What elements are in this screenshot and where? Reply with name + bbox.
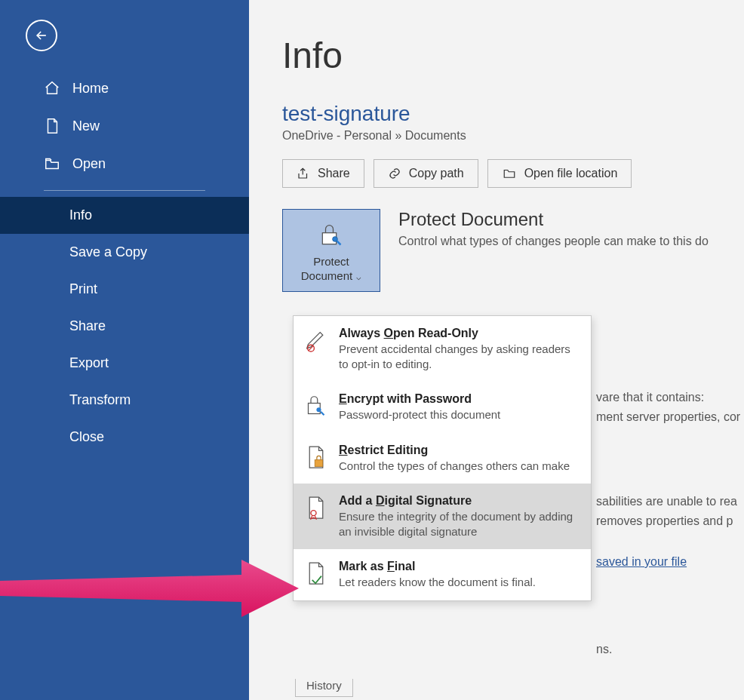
nav-label: Export bbox=[69, 355, 109, 371]
protect-button-label: Protect Document ⌵ bbox=[301, 255, 361, 284]
menu-item-title: Add a Digital Signature bbox=[339, 494, 577, 508]
action-row: Share Copy path Open file location bbox=[282, 159, 744, 188]
menu-item-title: Mark as Final bbox=[339, 560, 536, 573]
nav-label: Close bbox=[69, 429, 104, 445]
action-label: Open file location bbox=[524, 167, 618, 180]
menu-item-title: Always Open Read-Only bbox=[339, 327, 577, 340]
menu-item-desc: Let readers know the document is final. bbox=[339, 575, 536, 590]
nav-list: Home New Open Info Save a Copy Print Sha… bbox=[0, 69, 249, 456]
svg-point-1 bbox=[333, 237, 338, 242]
bg-text: removes properties and p bbox=[596, 514, 733, 528]
menu-add-digital-signature[interactable]: Add a Digital Signature Ensure the integ… bbox=[294, 484, 591, 549]
folder-icon bbox=[502, 167, 517, 180]
section-heading: Protect Document bbox=[398, 209, 709, 230]
pencil-no-icon bbox=[306, 328, 327, 354]
nav-label: New bbox=[72, 118, 100, 134]
nav-share[interactable]: Share bbox=[0, 308, 249, 345]
protect-section-text: Protect Document Control what types of c… bbox=[398, 209, 709, 248]
nav-home[interactable]: Home bbox=[0, 69, 249, 107]
menu-item-desc: Prevent accidental changes by asking rea… bbox=[339, 342, 577, 371]
menu-item-desc: Password-protect this document bbox=[339, 407, 500, 422]
chevron-down-icon: ⌵ bbox=[354, 272, 361, 281]
nav-save-copy[interactable]: Save a Copy bbox=[0, 234, 249, 271]
nav-label: Save a Copy bbox=[69, 244, 147, 260]
svg-point-5 bbox=[316, 407, 321, 412]
menu-item-title: Restrict Editing bbox=[339, 444, 570, 457]
breadcrumb[interactable]: OneDrive - Personal » Documents bbox=[282, 129, 744, 143]
backstage-sidebar: Home New Open Info Save a Copy Print Sha… bbox=[0, 0, 249, 700]
nav-open[interactable]: Open bbox=[0, 145, 249, 183]
nav-divider bbox=[44, 190, 205, 191]
action-label: Share bbox=[318, 167, 350, 180]
nav-transform[interactable]: Transform bbox=[0, 382, 249, 419]
bg-text: ment server properties, cor bbox=[596, 410, 740, 424]
protect-section: Protect Document ⌵ Protect Document Cont… bbox=[282, 209, 744, 292]
folder-open-icon bbox=[44, 155, 60, 172]
nav-export[interactable]: Export bbox=[0, 345, 249, 382]
section-description: Control what types of changes people can… bbox=[398, 235, 709, 248]
menu-item-desc: Control the types of changes others can … bbox=[339, 459, 570, 474]
history-label: History bbox=[295, 679, 353, 697]
menu-encrypt-with-password[interactable]: Encrypt with Password Password-protect t… bbox=[294, 382, 591, 433]
lock-key-icon bbox=[316, 220, 346, 250]
lock-key-icon bbox=[306, 394, 327, 418]
bg-link[interactable]: saved in your file bbox=[596, 555, 687, 569]
page-title: Info bbox=[282, 35, 744, 76]
nav-print[interactable]: Print bbox=[0, 271, 249, 308]
document-check-icon bbox=[306, 561, 327, 587]
nav-label: Home bbox=[72, 81, 109, 97]
arrow-left-icon bbox=[34, 28, 49, 43]
nav-label: Transform bbox=[69, 392, 131, 408]
menu-item-title: Encrypt with Password bbox=[339, 392, 500, 406]
bg-text: sabilities are unable to rea bbox=[596, 495, 737, 508]
nav-new[interactable]: New bbox=[0, 107, 249, 145]
share-button[interactable]: Share bbox=[282, 159, 364, 188]
nav-label: Share bbox=[69, 318, 106, 334]
menu-mark-as-final[interactable]: Mark as Final Let readers know the docum… bbox=[294, 549, 591, 600]
menu-restrict-editing[interactable]: Restrict Editing Control the types of ch… bbox=[294, 433, 591, 484]
nav-label: Print bbox=[69, 281, 97, 297]
nav-close[interactable]: Close bbox=[0, 419, 249, 456]
protect-document-menu: Always Open Read-Only Prevent accidental… bbox=[293, 315, 592, 601]
menu-item-desc: Ensure the integrity of the document by … bbox=[339, 509, 577, 539]
link-icon bbox=[388, 167, 401, 180]
back-button[interactable] bbox=[26, 20, 57, 51]
nav-info[interactable]: Info bbox=[0, 197, 249, 234]
document-icon bbox=[44, 118, 60, 134]
copy-path-button[interactable]: Copy path bbox=[374, 159, 478, 188]
open-file-location-button[interactable]: Open file location bbox=[487, 159, 632, 188]
document-ribbon-icon bbox=[306, 496, 327, 521]
nav-label: Open bbox=[72, 156, 106, 172]
document-title[interactable]: test-signature bbox=[282, 102, 744, 126]
home-icon bbox=[44, 80, 60, 97]
menu-always-open-read-only[interactable]: Always Open Read-Only Prevent accidental… bbox=[294, 316, 591, 382]
action-label: Copy path bbox=[409, 167, 464, 180]
bg-text: vare that it contains: bbox=[596, 391, 704, 404]
nav-label: Info bbox=[69, 207, 92, 223]
protect-document-button[interactable]: Protect Document ⌵ bbox=[282, 209, 380, 292]
share-icon bbox=[297, 167, 310, 180]
svg-rect-6 bbox=[315, 459, 323, 466]
document-lock-icon bbox=[306, 445, 327, 471]
bg-text: ns. bbox=[596, 643, 612, 656]
